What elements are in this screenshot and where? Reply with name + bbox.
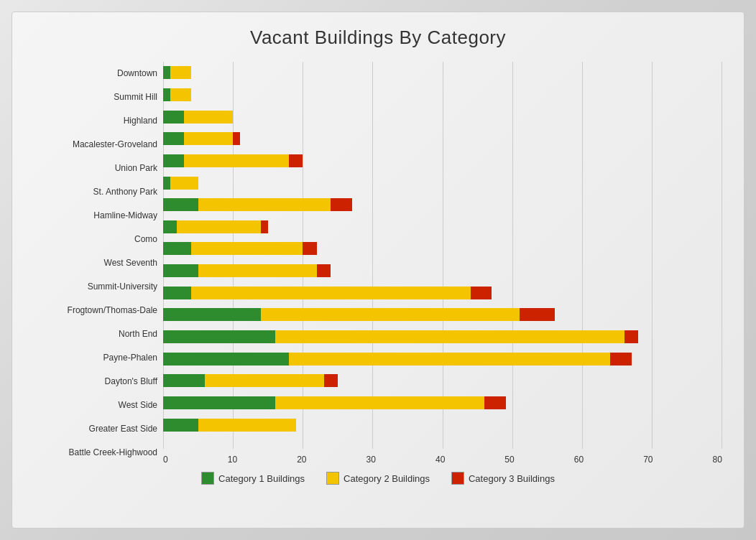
- y-label: Union Park: [34, 162, 157, 174]
- bar-segment-cat3: [484, 396, 505, 409]
- bar-row: [163, 326, 722, 348]
- bar-segment-cat3: [303, 242, 316, 255]
- bar-segment-cat1: [163, 287, 191, 299]
- bar-segment-cat1: [163, 419, 198, 432]
- bar-segment-cat2: [191, 242, 303, 255]
- bar-row: [163, 150, 722, 172]
- bar-row: [163, 106, 722, 128]
- bar-segment-cat3: [317, 264, 331, 277]
- bar-segment-cat1: [163, 66, 170, 79]
- bar-segment-cat3: [520, 308, 555, 321]
- bar-segment-cat2: [170, 66, 191, 79]
- bar-segment-cat1: [163, 177, 170, 190]
- x-axis-label: 10: [228, 455, 237, 465]
- bar-segment-cat2: [205, 374, 323, 387]
- bar-segment-cat2: [198, 198, 331, 211]
- bar-segment-cat1: [163, 88, 170, 101]
- bar-segment-cat3: [331, 198, 351, 211]
- y-label: Summit-University: [34, 280, 157, 293]
- legend-swatch: [201, 472, 214, 485]
- bar-row: [163, 128, 722, 150]
- bar-segment-cat1: [163, 330, 275, 343]
- y-label: St. Anthony Park: [34, 185, 157, 198]
- bar-row: [163, 194, 722, 216]
- x-axis: 01020304050607080: [163, 452, 722, 465]
- bar-segment-cat3: [471, 287, 492, 299]
- bar-segment-cat2: [184, 132, 233, 145]
- bar-segment-cat2: [289, 353, 610, 366]
- bar-segment-cat2: [275, 396, 485, 409]
- bar-segment-cat3: [289, 154, 303, 167]
- bar-segment-cat2: [275, 330, 624, 343]
- bar-segment-cat1: [163, 198, 198, 211]
- bar-row: [163, 392, 722, 414]
- bar-segment-cat3: [610, 353, 631, 366]
- bar-row: [163, 172, 722, 194]
- y-label: Macalester-Groveland: [34, 138, 157, 151]
- y-label: West Side: [34, 399, 157, 411]
- x-axis-label: 40: [435, 455, 445, 465]
- bar-segment-cat1: [163, 308, 261, 321]
- legend-item: Category 2 Buildings: [326, 472, 430, 485]
- bar-segment-cat1: [163, 111, 184, 124]
- bar-segment-cat1: [163, 396, 275, 409]
- bar-segment-cat2: [198, 419, 296, 432]
- y-label: North End: [34, 327, 157, 340]
- x-axis-label: 0: [163, 455, 168, 465]
- bar-segment-cat2: [191, 287, 471, 299]
- y-label: Hamline-Midway: [34, 209, 157, 222]
- bar-segment-cat3: [324, 374, 338, 387]
- bar-segment-cat2: [184, 111, 233, 124]
- bar-segment-cat1: [163, 374, 205, 387]
- y-label: Payne-Phalen: [34, 351, 157, 364]
- x-axis-label: 20: [297, 455, 306, 465]
- bar-row: [163, 414, 722, 436]
- bar-row: [163, 84, 722, 106]
- bar-segment-cat2: [170, 177, 198, 190]
- y-label: Dayton's Bluff: [34, 375, 157, 388]
- bar-segment-cat3: [261, 220, 268, 233]
- y-label: Battle Creek-Highwood: [34, 446, 157, 459]
- x-axis-label: 60: [574, 455, 584, 465]
- bar-row: [163, 62, 722, 84]
- legend-swatch: [451, 472, 464, 485]
- chart-container: Vacant Buildings By Category DowntownSum…: [11, 11, 745, 529]
- bar-segment-cat2: [261, 308, 520, 321]
- bar-segment-cat2: [198, 264, 317, 277]
- x-axis-label: 50: [504, 455, 514, 465]
- plot-area: 01020304050607080: [163, 62, 722, 465]
- chart-title: Vacant Buildings By Category: [34, 27, 722, 49]
- legend-label: Category 2 Buildings: [344, 473, 430, 484]
- legend-label: Category 3 Buildings: [469, 473, 555, 484]
- bar-row: [163, 370, 722, 392]
- y-label: Frogtown/Thomas-Dale: [34, 304, 157, 317]
- bar-segment-cat2: [177, 220, 261, 233]
- legend-item: Category 3 Buildings: [451, 472, 555, 485]
- y-label: Highland: [34, 114, 157, 127]
- y-label: West Seventh: [34, 256, 157, 269]
- legend-label: Category 1 Buildings: [218, 473, 305, 484]
- x-axis-label: 80: [713, 455, 722, 465]
- y-axis: DowntownSummit HillHighlandMacalester-Gr…: [34, 62, 163, 465]
- y-label: Como: [34, 233, 157, 246]
- y-label: Downtown: [34, 67, 157, 80]
- bar-segment-cat1: [163, 220, 177, 233]
- x-axis-label: 30: [367, 455, 376, 465]
- bar-row: [163, 304, 722, 326]
- y-label: Greater East Side: [34, 422, 157, 435]
- legend: Category 1 BuildingsCategory 2 Buildings…: [34, 472, 722, 485]
- bar-row: [163, 260, 722, 282]
- x-axis-label: 70: [643, 455, 653, 465]
- bar-row: [163, 281, 722, 304]
- bar-segment-cat1: [163, 132, 184, 145]
- bar-segment-cat3: [624, 330, 638, 343]
- bar-segment-cat1: [163, 154, 184, 167]
- y-label: Summit Hill: [34, 90, 157, 103]
- bars-area: [163, 62, 722, 452]
- bar-segment-cat1: [163, 353, 289, 366]
- bar-segment-cat2: [184, 154, 289, 167]
- bar-row: [163, 238, 722, 260]
- bar-segment-cat1: [163, 242, 191, 255]
- bar-segment-cat3: [233, 132, 240, 145]
- legend-swatch: [326, 472, 339, 485]
